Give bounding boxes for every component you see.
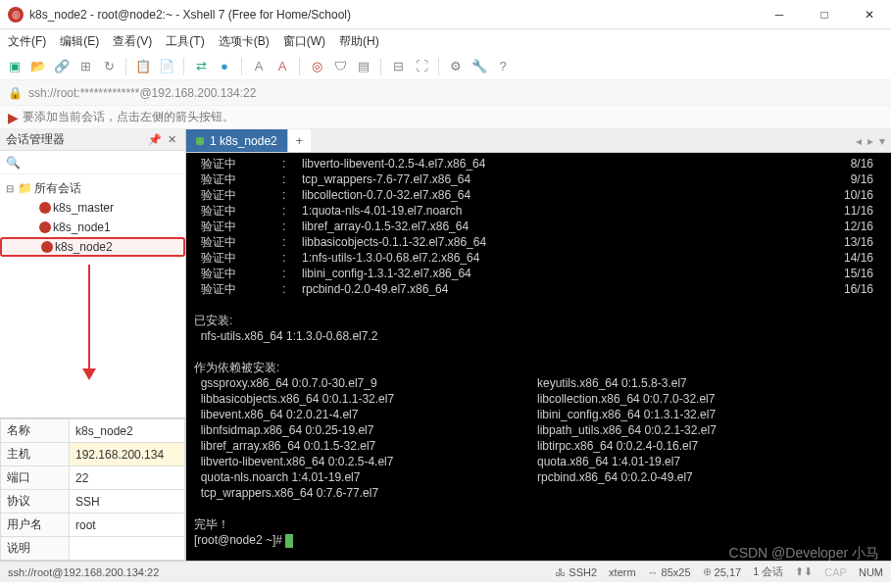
sidebar-header: 会话管理器 📌 ✕ [0,129,185,151]
help-icon[interactable]: ? [494,58,512,75]
tree-root-label: 所有会话 [34,180,81,197]
terminal[interactable]: 验证中:libverto-libevent-0.2.5-4.el7.x86_64… [186,153,891,561]
split-icon[interactable]: ⊟ [389,58,407,75]
session-label: k8s_node2 [55,240,113,254]
wrench-icon[interactable]: 🔧 [470,58,488,75]
paste-icon[interactable]: 📄 [158,58,175,75]
app-icon: ◎ [8,7,24,23]
session-icon [41,241,53,253]
status-ssh: SSH2 [569,566,597,578]
settings-icon[interactable]: ⚙ [447,58,465,75]
shield-icon[interactable]: 🛡 [331,58,349,75]
fullscreen-icon[interactable]: ⛶ [413,58,430,75]
menubar: 文件(F) 编辑(E) 查看(V) 工具(T) 选项卡(B) 窗口(W) 帮助(… [0,29,891,53]
globe-icon[interactable]: ● [216,58,233,75]
window-title: k8s_node2 - root@node2:~ - Xshell 7 (Fre… [29,8,766,22]
annotation-arrowhead [82,368,96,380]
link-icon[interactable]: 🔗 [53,58,71,75]
hint-bar: ▶ 要添加当前会话，点击左侧的箭头按钮。 [0,106,891,129]
tab-k8s-node2[interactable]: 1 k8s_node2 [186,129,287,152]
menu-tabs[interactable]: 选项卡(B) [219,33,270,50]
menu-help[interactable]: 帮助(H) [339,33,379,50]
tree-root[interactable]: ⊟ 📁 所有会话 [0,178,185,198]
color-icon[interactable]: A [273,58,291,75]
flag-icon: ▶ [8,110,19,125]
open-icon[interactable]: 📂 [29,58,47,75]
menu-file[interactable]: 文件(F) [8,33,46,50]
session-label: k8s_master [53,201,114,215]
session-icon [39,221,51,233]
session-item-master[interactable]: k8s_master [0,198,185,218]
minimize-button[interactable]: ─ [766,8,793,22]
status-num: NUM [859,566,883,578]
prop-row: 名称k8s_node2 [1,419,185,443]
grid-icon[interactable]: ⊞ [76,58,94,75]
tab-label: 1 k8s_node2 [210,134,277,148]
maximize-button[interactable]: □ [811,8,838,22]
session-item-node1[interactable]: k8s_node1 [0,218,185,237]
status-address: ssh://root@192.168.200.134:22 [8,566,159,578]
search-icon: 🔍 [0,156,26,170]
status-pos: 25,17 [715,566,742,578]
prop-row: 说明 [1,537,185,561]
xshell-icon[interactable]: ◎ [308,58,325,75]
session-icon [39,202,51,214]
status-size: 85x25 [662,566,691,578]
new-session-icon[interactable]: ▣ [6,58,24,75]
pin-icon[interactable]: 📌 [145,133,165,146]
status-sessions: 1 会话 [753,564,783,579]
ssh-icon: 🖧 [555,566,566,578]
session-item-node2[interactable]: k8s_node2 [0,237,185,257]
transfer-icon[interactable]: ⇄ [192,58,210,75]
prop-row: 协议SSH [1,490,185,514]
search-input[interactable] [26,156,185,170]
close-button[interactable]: ✕ [856,8,883,22]
annotation-arrow [88,265,90,372]
font-icon[interactable]: A [250,58,268,75]
sidebar-search[interactable]: 🔍 [0,151,185,174]
folder-icon: 📁 [18,181,32,195]
reconnect-icon[interactable]: ↻ [100,58,118,75]
menu-window[interactable]: 窗口(W) [283,33,325,50]
sidebar-close-icon[interactable]: ✕ [165,133,179,146]
tab-menu-icon[interactable]: ▾ [879,134,885,148]
menu-tools[interactable]: 工具(T) [166,33,204,50]
titlebar: ◎ k8s_node2 - root@node2:~ - Xshell 7 (F… [0,0,891,29]
pos-icon: ⊕ [703,565,712,578]
toolbar: ▣ 📂 🔗 ⊞ ↻ 📋 📄 ⇄ ● A A ◎ 🛡 ▤ ⊟ ⛶ ⚙ 🔧 ? [0,53,891,80]
tab-prev-icon[interactable]: ◂ [856,134,862,148]
collapse-icon[interactable]: ⊟ [4,183,16,194]
copy-icon[interactable]: 📋 [134,58,152,75]
connected-icon [196,137,204,145]
prop-row: 端口22 [1,466,185,490]
properties-panel: 名称k8s_node2 主机192.168.200.134 端口22 协议SSH… [0,417,185,561]
new-tab-button[interactable]: + [287,129,311,152]
prop-row: 主机192.168.200.134 [1,443,185,466]
menu-edit[interactable]: 编辑(E) [60,33,99,50]
status-cap: CAP [824,566,847,578]
session-tree: ⊟ 📁 所有会话 k8s_master k8s_node1 k8s_node2 [0,174,185,261]
hint-text: 要添加当前会话，点击左侧的箭头按钮。 [23,109,234,125]
tab-next-icon[interactable]: ▸ [867,134,873,148]
net-icon: ⬆⬇ [795,565,813,578]
session-manager-panel: 会话管理器 📌 ✕ 🔍 ⊟ 📁 所有会话 k8s_master k8s_node… [0,129,186,561]
prop-row: 用户名root [1,514,185,537]
status-bar: ssh://root@192.168.200.134:22 🖧SSH2 xter… [0,561,891,582]
status-term: xterm [609,566,636,578]
session-label: k8s_node1 [53,220,111,234]
address-text: ssh://root:*************@192.168.200.134… [28,86,256,100]
tab-bar: 1 k8s_node2 + ◂ ▸ ▾ [186,129,891,153]
address-bar[interactable]: 🔒 ssh://root:*************@192.168.200.1… [0,80,891,106]
terminal-icon[interactable]: ▤ [355,58,372,75]
menu-view[interactable]: 查看(V) [113,33,152,50]
size-icon: ↔ [648,566,659,578]
lock-icon: 🔒 [8,86,23,100]
sidebar-title: 会话管理器 [6,131,65,148]
